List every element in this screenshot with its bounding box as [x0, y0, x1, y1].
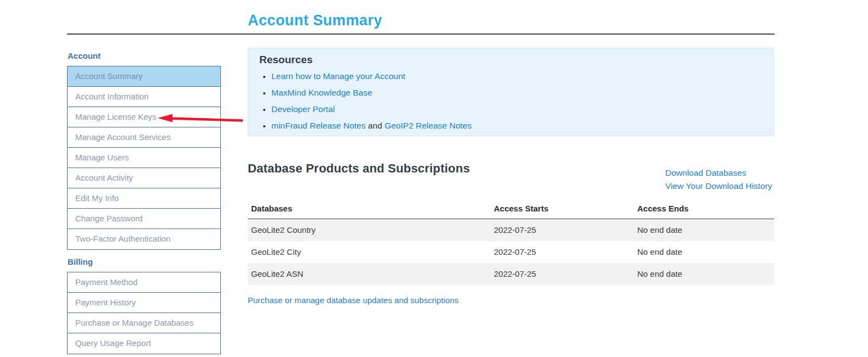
list-item: minFraud Release Notes and GeoIP2 Releas… — [271, 121, 763, 131]
database-products-heading: Database Products and Subscriptions — [248, 161, 470, 176]
sidebar-item-manage-users[interactable]: Manage Users — [68, 148, 220, 168]
cell-database-name: GeoLite2 City — [248, 241, 491, 263]
title-divider — [67, 34, 775, 35]
cell-access-starts: 2022-07-25 — [491, 219, 634, 241]
sidebar-item-manage-license-keys[interactable]: Manage License Keys — [68, 107, 220, 127]
cell-database-name: GeoLite2 Country — [248, 219, 491, 241]
sidebar-item-payment-history[interactable]: Payment History — [68, 293, 220, 313]
table-row: GeoLite2 Country 2022-07-25 No end date — [248, 219, 774, 241]
account-summary-page: Account Summary Account Account Summary … — [0, 0, 868, 357]
database-action-links: Download Databases View Your Download Hi… — [665, 166, 772, 193]
page-title: Account Summary — [248, 12, 382, 29]
sidebar-heading-account: Account — [68, 51, 221, 60]
sidebar-item-manage-account-services[interactable]: Manage Account Services — [68, 127, 220, 148]
databases-table: Databases Access Starts Access Ends GeoL… — [248, 199, 774, 285]
table-header-row: Databases Access Starts Access Ends — [248, 199, 774, 219]
sidebar-item-edit-my-info[interactable]: Edit My Info — [68, 188, 220, 209]
cell-access-ends: No end date — [634, 219, 774, 241]
sidebar-item-change-password[interactable]: Change Password — [68, 209, 220, 229]
sidebar-item-two-factor-authentication[interactable]: Two-Factor Authentication — [68, 229, 220, 249]
sidebar-item-account-information[interactable]: Account Information — [68, 87, 220, 107]
cell-access-starts: 2022-07-25 — [491, 263, 634, 285]
download-databases-link[interactable]: Download Databases — [665, 166, 772, 180]
developer-portal-link[interactable]: Developer Portal — [271, 104, 335, 114]
minfraud-release-notes-link[interactable]: minFraud Release Notes — [271, 121, 365, 130]
geoip2-release-notes-link[interactable]: GeoIP2 Release Notes — [385, 121, 472, 130]
knowledge-base-link[interactable]: MaxMind Knowledge Base — [271, 88, 372, 97]
and-separator: and — [365, 121, 384, 130]
table-row: GeoLite2 City 2022-07-25 No end date — [248, 241, 774, 263]
sidebar-heading-billing: Billing — [68, 257, 221, 266]
manage-account-link[interactable]: Learn how to Manage your Account — [271, 71, 405, 81]
sidebar-item-query-usage-report[interactable]: Query Usage Report — [68, 333, 220, 354]
view-download-history-link[interactable]: View Your Download History — [665, 180, 772, 193]
list-item: Developer Portal — [271, 104, 763, 114]
column-header-databases: Databases — [248, 199, 491, 219]
resources-panel: Resources Learn how to Manage your Accou… — [248, 48, 774, 136]
cell-access-ends: No end date — [634, 263, 774, 285]
sidebar-item-account-summary[interactable]: Account Summary — [68, 66, 220, 87]
cell-database-name: GeoLite2 ASN — [248, 263, 491, 285]
column-header-access-starts: Access Starts — [491, 199, 634, 219]
cell-access-starts: 2022-07-25 — [491, 241, 634, 263]
sidebar-item-purchase-or-manage-databases[interactable]: Purchase or Manage Databases — [68, 313, 220, 333]
list-item: MaxMind Knowledge Base — [271, 88, 763, 98]
sidebar-item-payment-method[interactable]: Payment Method — [68, 272, 220, 293]
column-header-access-ends: Access Ends — [634, 199, 774, 219]
table-row: GeoLite2 ASN 2022-07-25 No end date — [248, 263, 774, 285]
purchase-manage-databases-link[interactable]: Purchase or manage database updates and … — [248, 295, 459, 305]
sidebar: Account Account Summary Account Informat… — [67, 51, 221, 357]
sidebar-account-list: Account Summary Account Information Mana… — [67, 66, 221, 250]
sidebar-item-account-activity[interactable]: Account Activity — [68, 168, 220, 188]
resources-heading: Resources — [259, 54, 763, 66]
cell-access-ends: No end date — [634, 241, 774, 263]
resources-list: Learn how to Manage your Account MaxMind… — [259, 71, 763, 131]
list-item: Learn how to Manage your Account — [271, 71, 763, 81]
sidebar-billing-list: Payment Method Payment History Purchase … — [67, 272, 221, 354]
